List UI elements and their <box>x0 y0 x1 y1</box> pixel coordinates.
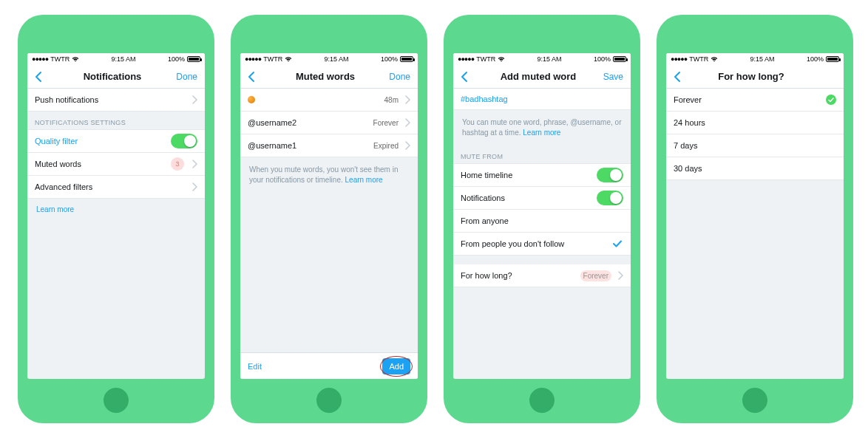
notifications-row[interactable]: Notifications <box>453 187 631 210</box>
chevron-right-icon <box>401 141 410 150</box>
home-button[interactable] <box>529 388 555 413</box>
option-label: Forever <box>674 95 702 104</box>
signal-dots: ●●●●● <box>32 55 48 63</box>
chevron-right-icon <box>189 160 197 168</box>
learn-more-link[interactable]: Learn more <box>523 129 560 137</box>
clock-label: 9:15 AM <box>538 55 562 63</box>
carrier-label: TWTR <box>689 55 708 63</box>
option-label: 24 hours <box>674 118 705 127</box>
muted-item-row[interactable]: 48m <box>240 89 418 112</box>
from-anyone-row[interactable]: From anyone <box>453 210 631 233</box>
muted-item-label: @username1 <box>248 141 296 150</box>
mute-word-input[interactable]: #badhashtag <box>461 95 508 103</box>
duration-option-row[interactable]: 30 days <box>666 157 844 180</box>
bottom-toolbar: Edit Add <box>240 352 418 379</box>
duration-option-row[interactable]: 24 hours <box>666 112 844 134</box>
row-label: From people you don't follow <box>461 239 564 248</box>
duration-option-row[interactable]: Forever <box>666 89 844 112</box>
nav-header: Notifications Done <box>27 65 205 89</box>
advanced-filters-row[interactable]: Advanced filters <box>27 176 205 199</box>
wifi-icon <box>711 56 718 62</box>
option-label: 7 days <box>674 141 697 150</box>
phone-frame: ●●●●● TWTR 9:15 AM 100% Notifications Do… <box>18 15 214 423</box>
add-button[interactable]: Add <box>382 358 410 374</box>
chevron-right-icon <box>401 95 410 104</box>
chevron-right-icon <box>614 271 623 280</box>
carrier-label: TWTR <box>476 55 495 63</box>
from-nonfollow-row[interactable]: From people you don't follow <box>453 233 631 256</box>
battery-icon <box>613 56 626 62</box>
carrier-label: TWTR <box>263 55 282 63</box>
mute-duration-value: Expired <box>373 142 399 150</box>
battery-label: 100% <box>807 55 824 63</box>
clock-label: 9:15 AM <box>112 55 136 63</box>
section-header: NOTIFICATIONS SETTINGS <box>27 112 205 130</box>
back-button[interactable] <box>35 71 50 83</box>
clock-label: 9:15 AM <box>325 55 349 63</box>
screen-duration: ●●●●● TWTR 9:15 AM 100% For how long? Fo… <box>666 53 844 379</box>
phone-frame: ●●●●● TWTR 9:15 AM 100% Add muted word S… <box>444 15 640 423</box>
done-button[interactable]: Done <box>175 72 197 82</box>
check-icon <box>613 240 623 247</box>
status-bar: ●●●●● TWTR 9:15 AM 100% <box>453 53 631 65</box>
back-button[interactable] <box>248 71 262 83</box>
page-title: Muted words <box>296 71 355 82</box>
signal-dots: ●●●●● <box>671 55 687 63</box>
muted-item-row[interactable]: @username2 Forever <box>240 112 418 134</box>
home-button[interactable] <box>742 388 767 413</box>
home-button[interactable] <box>104 388 129 413</box>
row-label: Push notifications <box>35 95 98 104</box>
mute-duration-value: Forever <box>373 119 399 127</box>
page-title: For how long? <box>718 71 784 82</box>
row-label: Advanced filters <box>35 182 92 191</box>
learn-more-link[interactable]: Learn more <box>345 176 383 184</box>
done-button[interactable]: Done <box>388 72 410 82</box>
edit-button[interactable]: Edit <box>248 362 262 371</box>
row-label: Notifications <box>461 194 505 202</box>
muted-item-label: @username2 <box>248 118 296 127</box>
learn-more-link[interactable]: Learn more <box>36 205 74 213</box>
row-label: Muted words <box>35 160 81 168</box>
row-label: From anyone <box>461 216 509 225</box>
home-button[interactable] <box>316 388 342 413</box>
clock-label: 9:15 AM <box>750 55 775 63</box>
duration-value: Forever <box>583 272 608 280</box>
home-timeline-row[interactable]: Home timeline <box>453 164 631 187</box>
row-label: Home timeline <box>461 171 512 179</box>
mute-duration-value: 48m <box>384 96 399 104</box>
screen-muted-words: ●●●●● TWTR 9:15 AM 100% Muted words Done… <box>240 53 418 379</box>
help-text: You can mute one word, phrase, @username… <box>453 110 631 146</box>
quality-filter-toggle[interactable] <box>171 134 197 148</box>
chevron-right-icon <box>189 95 197 104</box>
row-label: For how long? <box>461 271 512 280</box>
chevron-right-icon <box>401 118 410 127</box>
option-label: 30 days <box>674 164 702 173</box>
duration-row[interactable]: For how long? Forever <box>453 264 631 287</box>
muted-count-badge: 3 <box>171 157 184 171</box>
back-button[interactable] <box>674 71 688 83</box>
home-timeline-toggle[interactable] <box>597 168 623 182</box>
row-label: Quality filter <box>35 137 78 146</box>
mute-word-input-row[interactable]: #badhashtag <box>453 89 631 110</box>
nav-header: Add muted word Save <box>453 65 631 89</box>
screen-notifications: ●●●●● TWTR 9:15 AM 100% Notifications Do… <box>27 53 205 379</box>
back-button[interactable] <box>461 71 475 83</box>
duration-option-row[interactable]: 7 days <box>666 134 844 157</box>
phone-frame: ●●●●● TWTR 9:15 AM 100% Muted words Done… <box>231 15 427 423</box>
nav-header: Muted words Done <box>240 65 418 89</box>
duration-value-highlight: Forever <box>580 270 611 281</box>
nav-header: For how long? <box>666 65 844 89</box>
quality-filter-row[interactable]: Quality filter <box>27 130 205 153</box>
wifi-icon <box>72 56 79 62</box>
muted-words-row[interactable]: Muted words 3 <box>27 153 205 176</box>
help-text: When you mute words, you won't see them … <box>240 157 418 193</box>
phone-frame: ●●●●● TWTR 9:15 AM 100% For how long? Fo… <box>657 15 853 423</box>
push-notifications-row[interactable]: Push notifications <box>27 89 205 112</box>
save-button[interactable]: Save <box>601 72 623 82</box>
muted-item-row[interactable]: @username1 Expired <box>240 134 418 157</box>
battery-icon <box>400 56 413 62</box>
battery-label: 100% <box>594 55 611 63</box>
battery-icon <box>187 56 200 62</box>
battery-label: 100% <box>381 55 398 63</box>
notifications-toggle[interactable] <box>597 191 623 205</box>
